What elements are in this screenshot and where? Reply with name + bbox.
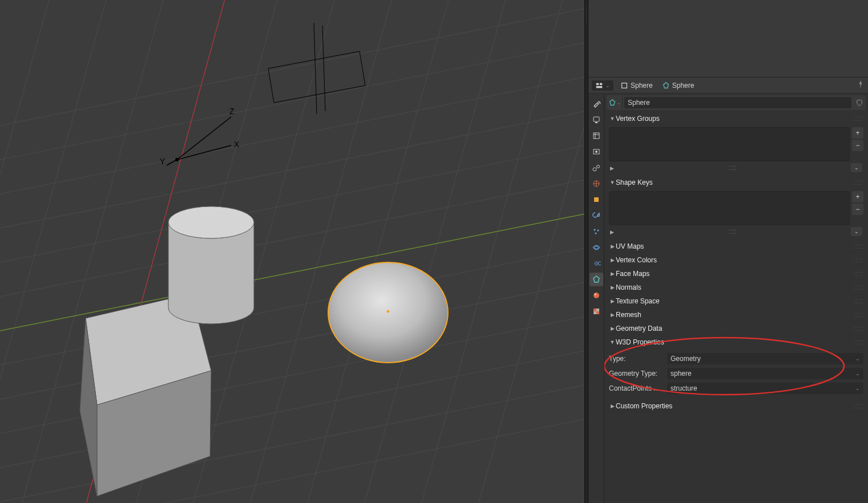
grip-icon: :::: <box>854 338 863 346</box>
svg-line-30 <box>268 68 274 103</box>
tab-constraints[interactable] <box>590 257 603 270</box>
svg-line-4 <box>0 137 584 308</box>
w3d-geom-type-value: sphere <box>671 370 692 378</box>
svg-rect-60 <box>594 197 599 202</box>
properties-tabs <box>588 94 604 503</box>
shape-keys-list[interactable] <box>609 191 850 225</box>
grip-icon: :::: <box>854 179 863 186</box>
svg-rect-54 <box>594 133 599 139</box>
viewport-3d[interactable]: X Z Y <box>0 0 584 503</box>
sk-dropdown-button[interactable]: ⌄ <box>851 227 862 236</box>
region-splitter[interactable] <box>584 0 588 503</box>
tab-material[interactable] <box>590 289 603 302</box>
tab-physics[interactable] <box>590 241 603 254</box>
disclosure-right-icon: ▶ <box>609 298 616 304</box>
disclosure-down-icon: ▼ <box>609 116 616 121</box>
panel-header-remesh[interactable]: ▶Remesh:::: <box>607 309 866 321</box>
tab-output[interactable] <box>590 129 603 143</box>
panel-header-geometry-data[interactable]: ▶Geometry Data:::: <box>607 322 866 335</box>
svg-point-47 <box>387 310 390 313</box>
w3d-geom-type-dropdown[interactable]: sphere ⌄ <box>667 368 863 379</box>
vg-specials-tri[interactable]: ▶ <box>610 165 614 171</box>
mesh-cube <box>80 294 211 496</box>
svg-rect-48 <box>596 83 599 85</box>
svg-line-3 <box>0 103 584 274</box>
w3d-geom-type-label: Geometry Type: <box>609 370 664 378</box>
panel-shape-keys: ▼ Shape Keys :::: + − ▶ <box>607 176 866 239</box>
grip-dots-icon: :::: <box>729 228 736 236</box>
tab-modifier[interactable] <box>590 209 603 222</box>
svg-line-1 <box>0 34 584 205</box>
panel-header-face-maps[interactable]: ▶Face Maps:::: <box>607 267 866 280</box>
svg-point-63 <box>595 233 596 234</box>
w3d-contact-dropdown[interactable]: structure ⌄ <box>667 383 863 394</box>
w3d-contact-label: ContactPoints Ty... <box>609 384 664 392</box>
grip-dots-icon: :::: <box>729 164 736 172</box>
svg-line-21 <box>342 0 514 503</box>
mesh-cylinder <box>168 206 254 324</box>
tab-render[interactable] <box>590 113 603 127</box>
panel-header-vertex-groups[interactable]: ▼ Vertex Groups :::: <box>607 112 866 125</box>
datablock-row: ⌄ <box>607 95 866 110</box>
svg-point-64 <box>594 245 599 250</box>
add-shape-key-button[interactable]: + <box>852 191 863 202</box>
disclosure-right-icon: ▶ <box>609 312 616 318</box>
panel-header-texture-space[interactable]: ▶Texture Space:::: <box>607 295 866 307</box>
svg-line-28 <box>268 51 360 68</box>
disclosure-right-icon: ▶ <box>609 257 616 263</box>
disclosure-right-icon: ▶ <box>609 285 616 290</box>
svg-line-23 <box>457 0 584 503</box>
properties-region: ⌄ Sphere Sphere <box>588 0 868 503</box>
svg-point-57 <box>593 168 596 171</box>
datablock-browse[interactable]: ⌄ <box>607 96 623 109</box>
chevron-down-icon: ⌄ <box>855 386 860 391</box>
panel-header-w3d[interactable]: ▼ W3D Properties :::: <box>607 336 866 348</box>
w3d-type-label: Type: <box>609 355 664 363</box>
panel-header-shape-keys[interactable]: ▼ Shape Keys :::: <box>607 176 866 189</box>
panel-header-custom-properties[interactable]: ▶Custom Properties:::: <box>607 400 866 412</box>
tab-texture[interactable] <box>590 305 603 318</box>
svg-point-67 <box>594 294 596 295</box>
mesh-sphere-selected <box>328 262 448 363</box>
datablock-name-input[interactable] <box>624 97 851 108</box>
tab-mesh-data[interactable] <box>590 273 603 286</box>
disclosure-right-icon: ▶ <box>609 244 616 249</box>
vertex-groups-list[interactable] <box>609 127 850 161</box>
datablock-shield-icon[interactable] <box>853 96 866 109</box>
panel-header-normals[interactable]: ▶Normals:::: <box>607 281 866 294</box>
tab-particles[interactable] <box>590 225 603 238</box>
axis-overlay: X Z Y <box>160 107 240 166</box>
vg-dropdown-button[interactable]: ⌄ <box>851 163 862 172</box>
svg-line-22 <box>399 0 571 503</box>
panel-header-uv-maps[interactable]: ▶UV Maps:::: <box>607 240 866 253</box>
remove-shape-key-button[interactable]: − <box>852 204 863 215</box>
breadcrumb-data[interactable]: Sphere <box>660 80 697 91</box>
svg-text:Z: Z <box>229 107 235 116</box>
pin-icon[interactable] <box>857 80 865 90</box>
svg-line-29 <box>274 86 365 103</box>
chevron-down-icon: ⌄ <box>855 356 860 362</box>
add-vertex-group-button[interactable]: + <box>852 127 863 139</box>
breadcrumb-object[interactable]: Sphere <box>618 80 655 91</box>
svg-rect-52 <box>594 117 599 121</box>
tab-world[interactable] <box>590 177 603 190</box>
svg-line-31 <box>360 51 365 86</box>
tab-scene[interactable] <box>590 161 603 175</box>
tab-tool[interactable] <box>590 97 603 111</box>
editor-type-dropdown[interactable]: ⌄ <box>592 80 613 91</box>
tab-object[interactable] <box>590 193 603 206</box>
properties-content[interactable]: ⌄ ▼ Vertex Groups :::: <box>604 94 868 503</box>
panel-header-vertex-colors[interactable]: ▶Vertex Colors:::: <box>607 254 866 266</box>
sk-specials-tri[interactable]: ▶ <box>610 229 614 235</box>
svg-rect-71 <box>594 311 596 314</box>
svg-rect-53 <box>595 122 597 123</box>
disclosure-right-icon: ▶ <box>609 403 616 409</box>
chevron-down-icon: ⌄ <box>855 371 860 376</box>
w3d-type-dropdown[interactable]: Geometry ⌄ <box>667 353 863 364</box>
tab-viewlayer[interactable] <box>590 145 603 159</box>
breadcrumb-object-label: Sphere <box>631 82 653 90</box>
svg-rect-68 <box>594 309 596 311</box>
svg-line-34 <box>177 145 231 160</box>
w3d-type-value: Geometry <box>671 355 701 363</box>
remove-vertex-group-button[interactable]: − <box>852 140 863 151</box>
